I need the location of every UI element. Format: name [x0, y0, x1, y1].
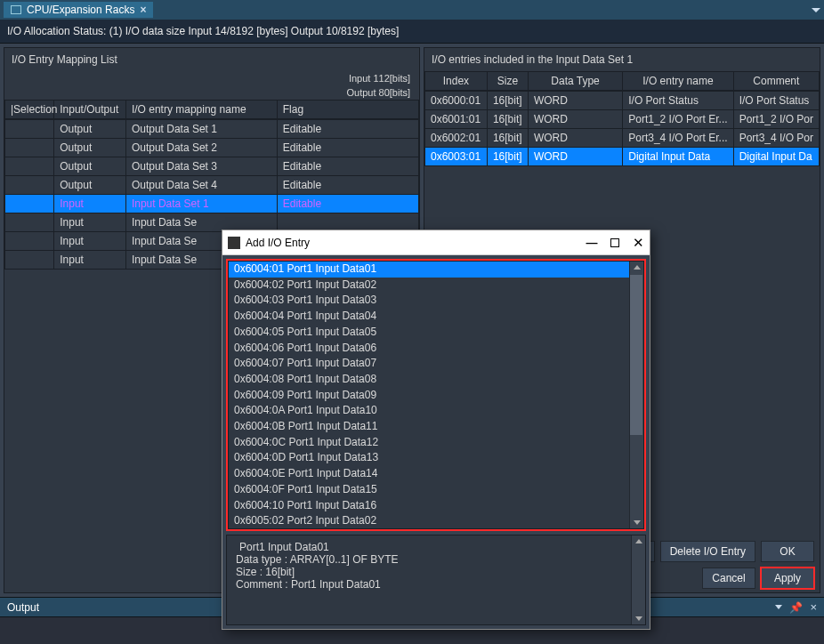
dialog-icon [228, 237, 240, 249]
tab-cpu-expansion[interactable]: CPU/Expansion Racks × [4, 2, 153, 18]
table-row[interactable]: 0x6000:0116[bit]WORDI/O Port StatusI/O P… [425, 91, 820, 110]
cell-selection [5, 232, 54, 251]
ok-button[interactable]: OK [761, 541, 814, 562]
list-item[interactable]: 0x6004:07 Port1 Input Data07 [229, 356, 643, 372]
cell-index: 0x6002:01 [425, 129, 488, 148]
col-name[interactable]: I/O entry mapping name [125, 101, 277, 120]
col-entry[interactable]: I/O entry name [623, 72, 733, 92]
list-item[interactable]: 0x6004:0C Port1 Input Data12 [229, 435, 643, 451]
table-row[interactable]: OutputOutput Data Set 1Editable [5, 119, 419, 139]
io-entries-title: I/O entries included in the Input Data S… [424, 48, 820, 71]
list-item[interactable]: 0x6004:0E Port1 Input Data14 [229, 466, 643, 482]
scroll-up-icon[interactable] [634, 265, 641, 270]
col-type[interactable]: Data Type [528, 72, 622, 92]
cell-flag: Editable [277, 195, 418, 213]
cell-name: Output Data Set 1 [125, 119, 277, 139]
cell-selection [5, 139, 54, 157]
cell-io: Output [54, 176, 126, 195]
minimize-icon[interactable]: — [586, 236, 598, 249]
cell-entry: I/O Port Status [623, 91, 733, 110]
list-item[interactable]: 0x6004:05 Port1 Input Data05 [229, 325, 643, 341]
cell-type: WORD [528, 148, 622, 166]
tab-close-icon[interactable]: × [140, 4, 146, 16]
chevron-down-icon[interactable] [812, 8, 820, 12]
dialog-titlebar[interactable]: Add I/O Entry — ✕ [222, 230, 650, 255]
io-allocation-status: I/O Allocation Status: (1) I/O data size… [0, 20, 824, 44]
dialog-title: Add I/O Entry [246, 237, 310, 249]
list-item[interactable]: 0x6004:02 Port1 Input Data02 [229, 278, 643, 294]
list-item[interactable]: 0x6004:01 Port1 Input Data01 [229, 262, 643, 278]
bits-output: Output 80[bits] [4, 85, 419, 100]
cell-io: Input [54, 232, 126, 251]
list-item[interactable]: 0x6005:02 Port2 Input Data02 [229, 513, 643, 529]
list-item[interactable]: 0x6004:0A Port1 Input Data10 [229, 403, 643, 419]
table-row[interactable]: OutputOutput Data Set 2Editable [5, 139, 419, 157]
list-item[interactable]: 0x6004:04 Port1 Input Data04 [229, 309, 643, 325]
cell-name: Input Data Set 1 [125, 195, 277, 213]
cell-io: Input [54, 213, 126, 232]
scrollbar[interactable] [629, 262, 643, 528]
cell-type: WORD [528, 129, 622, 148]
list-item[interactable]: 0x6004:0D Port1 Input Data13 [229, 450, 643, 466]
apply-button[interactable]: Apply [761, 568, 814, 589]
detail-size: Size : 16[bit] [236, 566, 636, 578]
cell-io: Input [54, 195, 126, 213]
col-flag[interactable]: Flag [277, 101, 418, 120]
maximize-icon[interactable] [610, 238, 619, 247]
mapping-list-title: I/O Entry Mapping List [4, 48, 419, 71]
col-size[interactable]: Size [487, 72, 528, 92]
scroll-down-icon[interactable] [634, 520, 641, 525]
list-item[interactable]: 0x6004:08 Port1 Input Data08 [229, 372, 643, 388]
cell-comment: I/O Port Status [733, 91, 819, 110]
cell-index: 0x6003:01 [425, 148, 488, 166]
io-entry-listbox[interactable]: 0x6004:01 Port1 Input Data010x6004:02 Po… [228, 261, 644, 529]
cell-selection [5, 213, 54, 232]
detail-name: Port1 Input Data01 [236, 541, 636, 553]
close-icon[interactable]: × [810, 600, 817, 614]
table-row[interactable]: OutputOutput Data Set 3Editable [5, 157, 419, 176]
cell-name: Output Data Set 4 [125, 176, 277, 195]
cell-name: Output Data Set 3 [125, 157, 277, 176]
cell-flag: Editable [277, 119, 418, 139]
cell-type: WORD [528, 91, 622, 110]
list-item[interactable]: 0x6004:03 Port1 Input Data03 [229, 293, 643, 309]
table-row[interactable]: 0x6003:0116[bit]WORDDigital Input DataDi… [425, 148, 820, 166]
table-row[interactable]: InputInput Data Set 1Editable [5, 195, 419, 213]
cell-io: Output [54, 139, 126, 157]
cell-io: Output [54, 119, 126, 139]
col-selection[interactable]: |Selection [5, 101, 54, 120]
cell-type: WORD [528, 110, 622, 129]
cell-comment: Port1_2 I/O Por [733, 110, 819, 129]
col-index[interactable]: Index [425, 72, 488, 92]
output-dropdown-icon[interactable] [775, 605, 782, 609]
cell-flag: Editable [277, 157, 418, 176]
list-item[interactable]: 0x6004:10 Port1 Input Data16 [229, 498, 643, 514]
detail-comment: Comment : Port1 Input Data01 [236, 578, 636, 591]
table-row[interactable]: 0x6002:0116[bit]WORDPort3_4 I/O Port Er.… [425, 129, 820, 148]
cell-selection [5, 157, 54, 176]
cell-entry: Port1_2 I/O Port Er... [623, 110, 733, 129]
table-row[interactable]: OutputOutput Data Set 4Editable [5, 176, 419, 195]
scroll-up-icon[interactable] [635, 539, 642, 543]
pin-icon[interactable]: 📌 [789, 601, 803, 614]
col-comment[interactable]: Comment [733, 72, 819, 92]
cancel-button[interactable]: Cancel [702, 568, 755, 589]
cell-selection [5, 195, 54, 213]
delete-io-entry-button[interactable]: Delete I/O Entry [660, 541, 755, 562]
scroll-thumb[interactable] [630, 275, 642, 435]
cell-selection [5, 176, 54, 195]
detail-scrollbar[interactable] [631, 535, 645, 624]
tab-icon [11, 5, 21, 14]
list-item[interactable]: 0x6004:0B Port1 Input Data11 [229, 419, 643, 435]
cell-flag: Editable [277, 139, 418, 157]
list-item[interactable]: 0x6004:09 Port1 Input Data09 [229, 388, 643, 404]
table-row[interactable]: 0x6001:0116[bit]WORDPort1_2 I/O Port Er.… [425, 110, 820, 129]
cell-index: 0x6000:01 [425, 91, 488, 110]
dialog-close-icon[interactable]: ✕ [632, 235, 644, 251]
cell-selection [5, 251, 54, 270]
list-item[interactable]: 0x6004:06 Port1 Input Data06 [229, 341, 643, 357]
list-item[interactable]: 0x6004:0F Port1 Input Data15 [229, 482, 643, 498]
col-io[interactable]: Input/Output [54, 101, 126, 120]
cell-size: 16[bit] [487, 91, 528, 110]
scroll-down-icon[interactable] [635, 616, 642, 621]
